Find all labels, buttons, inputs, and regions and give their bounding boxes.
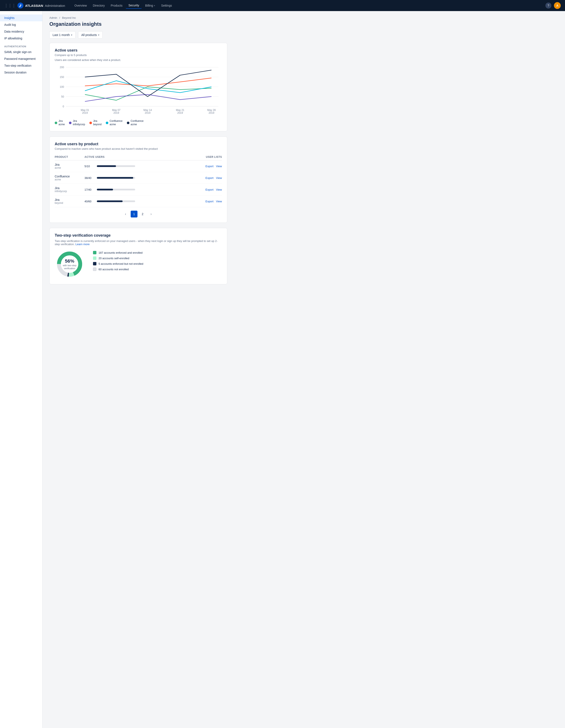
progress-bar-0 <box>97 165 135 167</box>
active-count-1: 38/40 <box>85 176 95 180</box>
user-lists-cell-1: Export View <box>197 176 222 180</box>
progress-bar-3 <box>97 200 135 202</box>
time-filter-chevron-icon: ▾ <box>71 34 72 36</box>
col-user-lists-header: User lists <box>197 155 222 158</box>
active-users-subtitle: Compare up to 5 products <box>55 53 222 57</box>
active-users-cell-1: 38/40 <box>85 176 197 180</box>
active-users-title: Active users <box>55 48 222 53</box>
donut-center: 56% with two-stepverification <box>63 258 76 270</box>
twostep-legend-item-1: 20 accounts self-enrolled <box>93 256 143 260</box>
app-name: Administration <box>45 4 65 7</box>
sidebar-item-insights[interactable]: Insights <box>0 14 42 21</box>
svg-text:2019: 2019 <box>113 111 119 114</box>
svg-text:100: 100 <box>60 85 64 88</box>
active-users-card: Active users Compare up to 5 products Us… <box>49 43 227 131</box>
nav-links: Overview Directory Products Security Bil… <box>72 2 545 9</box>
active-users-chart: 200 150 100 50 0 May 01 2019 May 07 2019 <box>55 65 222 116</box>
active-users-cell-3: 40/60 <box>85 200 197 203</box>
main-layout: Insights Audit log Data residency IP all… <box>0 11 565 728</box>
legend-dot-confluence-acme <box>106 122 108 124</box>
active-by-product-title: Active users by product <box>55 142 222 146</box>
twostep-legend: 187 accounts enforced and enrolled 20 ac… <box>93 249 143 271</box>
table-row: Jira infinitycorp 17/40 Export View <box>55 184 222 196</box>
sidebar-item-data-residency[interactable]: Data residency <box>0 28 42 35</box>
table-row: Confluence acme 38/40 Export View <box>55 172 222 184</box>
nav-directory[interactable]: Directory <box>90 3 107 9</box>
grid-icon[interactable]: ⋮⋮⋮ <box>4 3 16 8</box>
breadcrumb-org[interactable]: Beyond Inc <box>62 16 76 19</box>
twostep-title: Two-step verification coverage <box>55 233 222 238</box>
prev-page-btn[interactable]: ‹ <box>122 211 129 217</box>
export-btn-1[interactable]: Export <box>205 176 214 180</box>
time-filter[interactable]: Last 1 month ▾ <box>49 31 76 39</box>
export-btn-0[interactable]: Export <box>205 165 214 168</box>
svg-text:May 14: May 14 <box>144 109 152 112</box>
learn-more-link[interactable]: Learn more <box>76 243 90 246</box>
main-content: Admin / Beyond Inc Organization insights… <box>43 11 234 728</box>
product-cell-3: Jira beyond <box>55 198 85 204</box>
sidebar-item-two-step-verification[interactable]: Two-step verification <box>0 62 42 69</box>
svg-text:2019: 2019 <box>82 111 88 114</box>
help-icon[interactable]: ? <box>545 3 551 9</box>
svg-text:2019: 2019 <box>145 111 151 114</box>
table-row: Jira acme 5/10 Export View <box>55 160 222 172</box>
progress-fill-2 <box>97 189 113 190</box>
page-2-btn[interactable]: 2 <box>139 211 146 217</box>
sidebar-item-audit-log[interactable]: Audit log <box>0 21 42 28</box>
twostep-legend-item-0: 187 accounts enforced and enrolled <box>93 251 143 254</box>
progress-fill-1 <box>97 177 133 179</box>
legend-item-confluence-acme: Confluenceacme <box>106 119 123 126</box>
product-cell-0: Jira acme <box>55 163 85 169</box>
active-count-3: 40/60 <box>85 200 95 203</box>
legend-item-jira-beyond: Jirabeyond <box>89 119 102 126</box>
billing-chevron-icon: ▾ <box>154 4 155 7</box>
filters-row: Last 1 month ▾ All products ▾ <box>49 31 227 39</box>
svg-text:May 28: May 28 <box>207 109 216 112</box>
twostep-legend-item-2: 5 accounts enforced but not enrolled <box>93 262 143 265</box>
nav-settings[interactable]: Settings <box>159 3 175 9</box>
legend-item-jira-acme: Jiraacme <box>55 119 65 126</box>
active-by-product-card: Active users by product Compared to inac… <box>49 137 227 223</box>
svg-text:200: 200 <box>60 66 64 69</box>
donut-label: with two-stepverification <box>63 264 76 270</box>
product-cell-2: Jira infinitycorp <box>55 186 85 193</box>
user-lists-cell-3: Export View <box>197 200 222 203</box>
sidebar-item-saml-sso[interactable]: SAML single sign-on <box>0 49 42 55</box>
view-btn-3[interactable]: View <box>216 200 222 203</box>
breadcrumb-separator: / <box>59 16 60 19</box>
svg-text:2019: 2019 <box>177 111 183 114</box>
donut-chart: 56% with two-stepverification <box>55 249 85 279</box>
active-count-2: 17/40 <box>85 188 95 191</box>
view-btn-0[interactable]: View <box>216 165 222 168</box>
active-users-cell-2: 17/40 <box>85 188 197 191</box>
breadcrumb-admin[interactable]: Admin <box>49 16 57 19</box>
svg-text:2019: 2019 <box>209 111 214 114</box>
page-1-btn[interactable]: 1 <box>131 211 138 217</box>
legend-dot-jira-beyond <box>89 122 92 124</box>
sidebar-item-session-duration[interactable]: Session duration <box>0 69 42 76</box>
chart-legend: Jiraacme Jirainfinitycorp Jirabeyond Con… <box>55 119 222 126</box>
user-lists-cell-2: Export View <box>197 188 222 191</box>
sidebar-item-password-mgmt[interactable]: Password management <box>0 55 42 62</box>
nav-products[interactable]: Products <box>108 3 125 9</box>
nav-right: ? A <box>545 2 561 9</box>
nav-overview[interactable]: Overview <box>72 3 89 9</box>
user-avatar[interactable]: A <box>554 2 561 9</box>
next-page-btn[interactable]: › <box>148 211 155 217</box>
col-product-header: Product <box>55 155 85 158</box>
export-btn-3[interactable]: Export <box>205 200 214 203</box>
progress-bar-1 <box>97 177 135 179</box>
breadcrumb: Admin / Beyond Inc <box>49 16 227 19</box>
svg-text:May 07: May 07 <box>112 109 121 112</box>
view-btn-1[interactable]: View <box>216 176 222 180</box>
products-filter[interactable]: All products ▾ <box>78 31 103 39</box>
view-btn-2[interactable]: View <box>216 188 222 191</box>
sidebar-item-ip-allowlisting[interactable]: IP allowlisting <box>0 35 42 42</box>
nav-security[interactable]: Security <box>126 2 142 9</box>
svg-text:50: 50 <box>61 95 64 98</box>
legend-item-jira-infinitycorp: Jirainfinitycorp <box>69 119 85 126</box>
export-btn-2[interactable]: Export <box>205 188 214 191</box>
nav-billing[interactable]: Billing ▾ <box>143 3 158 9</box>
twostep-dot-0 <box>93 251 96 254</box>
atlassian-logo-icon <box>17 3 23 9</box>
